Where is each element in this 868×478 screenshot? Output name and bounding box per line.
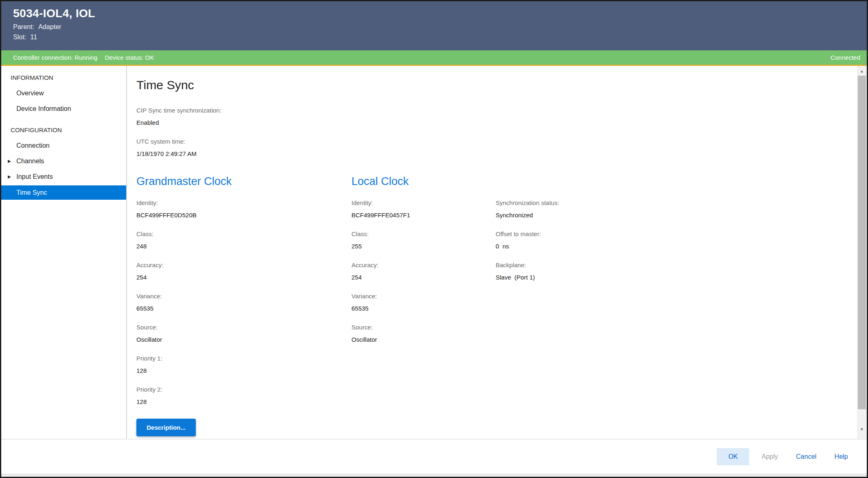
field-offset-to-master: Offset to master: 0 ns [496, 230, 857, 251]
grandmaster-clock-section: Grandmaster Clock Identity: BCF499FFFE0D… [136, 175, 351, 436]
sidebar: INFORMATION Overview Device Information … [1, 66, 126, 439]
slot-value: 11 [30, 34, 37, 41]
field-label: Class: [136, 230, 351, 239]
field-gm-class: Class: 248 [136, 230, 351, 251]
field-gm-variance: Variance: 65535 [136, 292, 351, 313]
field-value: 128 [136, 397, 351, 406]
connection-state-badge: Connected [830, 54, 860, 61]
field-label: Variance: [351, 292, 496, 301]
field-label: Priority 1: [136, 354, 351, 363]
field-label: Accuracy: [136, 261, 351, 270]
field-value: BCF499FFFE0457F1 [351, 211, 496, 220]
slot-label: Slot: [13, 34, 26, 41]
scroll-up-icon[interactable]: ▲ [857, 67, 867, 76]
field-local-class: Class: 255 [351, 230, 496, 251]
field-value: 248 [136, 242, 351, 251]
status-bar: Controller connection: Running Device st… [1, 50, 867, 66]
field-value: Slave (Port 1) [496, 273, 857, 282]
field-value: 254 [351, 273, 496, 282]
field-label: Accuracy: [351, 261, 496, 270]
field-value: 255 [351, 242, 496, 251]
ok-button[interactable]: OK [717, 448, 749, 465]
sidebar-item-label: Time Sync [16, 189, 47, 196]
titlebar: 5034-IOL4, IOL Parent:Adapter Slot:11 [1, 1, 867, 50]
field-value: 1/18/1970 2:49:27 AM [136, 149, 857, 158]
apply-button[interactable]: Apply [756, 448, 784, 465]
grandmaster-clock-heading: Grandmaster Clock [136, 175, 351, 188]
cancel-button[interactable]: Cancel [790, 448, 822, 465]
field-value: Oscillator [136, 335, 351, 344]
field-label: Class: [351, 230, 496, 239]
field-value: Enabled [136, 118, 857, 127]
local-clock-heading: Local Clock [351, 175, 496, 188]
field-gm-source: Source: Oscillator [136, 323, 351, 344]
field-backplane: Backplane: Slave (Port 1) [496, 261, 857, 282]
sidebar-item-time-sync[interactable]: Time Sync [1, 185, 126, 200]
field-gm-priority1: Priority 1: 128 [136, 354, 351, 375]
field-sync-status: Synchronization status: Synchronized [496, 198, 857, 220]
parent-line: Parent:Adapter [13, 23, 867, 31]
main-panel: Time Sync CIP Sync time synchronization:… [127, 66, 857, 439]
field-gm-accuracy: Accuracy: 254 [136, 261, 351, 282]
description-button[interactable]: Description... [136, 419, 196, 436]
field-gm-priority2: Priority 2: 128 [136, 385, 351, 406]
sidebar-item-label: Overview [16, 90, 44, 97]
field-gm-identity: Identity: BCF499FFFE0D520B [136, 198, 351, 220]
sidebar-item-label: Channels [16, 158, 44, 165]
field-value: 0 ns [496, 242, 857, 251]
field-value: 65535 [136, 304, 351, 313]
local-clock-section: Local Clock Identity: BCF499FFFE0457F1 C… [351, 175, 496, 436]
content-row: INFORMATION Overview Device Information … [1, 66, 867, 439]
field-label: UTC system time: [136, 137, 857, 146]
heading-spacer [496, 175, 857, 198]
field-value: 128 [136, 366, 351, 375]
clock-columns: Grandmaster Clock Identity: BCF499FFFE0D… [136, 175, 857, 436]
field-cip-sync: CIP Sync time synchronization: Enabled [136, 106, 857, 127]
window-title: 5034-IOL4, IOL [13, 7, 867, 20]
expand-arrow-icon[interactable]: ▶ [8, 153, 11, 169]
field-value: BCF499FFFE0D520B [136, 211, 351, 220]
scroll-down-icon[interactable]: ▼ [857, 425, 867, 434]
scrollbar-thumb[interactable] [858, 76, 866, 409]
footer-button-bar: OK Apply Cancel Help [1, 439, 867, 473]
field-value: Synchronized [496, 211, 857, 220]
field-label: Synchronization status: [496, 198, 857, 207]
sync-status-section: Synchronization status: Synchronized Off… [496, 175, 857, 436]
sidebar-item-device-information[interactable]: Device Information [1, 101, 126, 117]
field-value: Oscillator [351, 335, 496, 344]
controller-connection-status: Controller connection: Running [13, 54, 97, 61]
status-bar-left: Controller connection: Running Device st… [13, 54, 154, 61]
sidebar-item-input-events[interactable]: ▶ Input Events [1, 169, 126, 185]
parent-label: Parent: [13, 23, 34, 30]
field-utc-time: UTC system time: 1/18/1970 2:49:27 AM [136, 137, 857, 158]
top-fields: CIP Sync time synchronization: Enabled U… [136, 106, 857, 158]
sidebar-item-label: Device Information [16, 105, 71, 112]
help-button[interactable]: Help [829, 448, 854, 465]
field-local-identity: Identity: BCF499FFFE0457F1 [351, 198, 496, 220]
expand-arrow-icon[interactable]: ▶ [8, 169, 11, 185]
field-label: Source: [351, 323, 496, 332]
field-label: Identity: [136, 198, 351, 207]
sidebar-item-channels[interactable]: ▶ Channels [1, 153, 126, 169]
bottom-strip [1, 473, 867, 477]
field-label: CIP Sync time synchronization: [136, 106, 857, 115]
slot-line: Slot:11 [13, 34, 867, 41]
field-local-variance: Variance: 65535 [351, 292, 496, 313]
sidebar-item-label: Connection [16, 142, 50, 149]
field-label: Offset to master: [496, 230, 857, 239]
field-value: 65535 [351, 304, 496, 313]
vertical-scrollbar[interactable]: ▲ ▼ [857, 66, 867, 439]
field-local-source: Source: Oscillator [351, 323, 496, 344]
parent-value: Adapter [39, 23, 61, 30]
device-properties-window: 5034-IOL4, IOL Parent:Adapter Slot:11 Co… [0, 0, 868, 478]
field-value: 254 [136, 273, 351, 282]
page-heading: Time Sync [136, 78, 857, 92]
sidebar-item-connection[interactable]: Connection [1, 138, 126, 153]
field-local-accuracy: Accuracy: 254 [351, 261, 496, 282]
field-label: Priority 2: [136, 385, 351, 394]
nav-section-configuration: CONFIGURATION [1, 122, 126, 138]
sidebar-item-overview[interactable]: Overview [1, 86, 126, 101]
field-label: Source: [136, 323, 351, 332]
sidebar-item-label: Input Events [16, 173, 53, 180]
field-label: Variance: [136, 292, 351, 301]
